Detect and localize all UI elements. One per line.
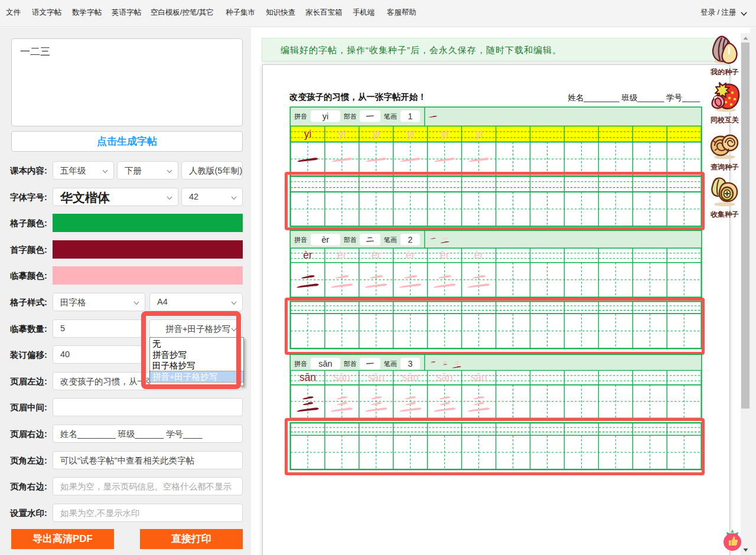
svg-text:yi: yi [441,128,448,140]
svg-text:èr: èr [303,249,312,261]
svg-text:部首: 部首 [344,360,357,367]
svg-text:sān: sān [402,371,419,383]
svg-text:3: 3 [408,358,412,368]
svg-text:sān: sān [299,371,316,383]
svg-text:èr: èr [406,249,415,261]
svg-text:sān: sān [470,371,487,383]
svg-text:笔画: 笔画 [384,236,397,243]
svg-text:èr: èr [337,249,347,261]
svg-text:yi: yi [304,128,312,140]
svg-text:2: 2 [408,234,412,244]
svg-text:èr: èr [372,249,381,261]
svg-text:sān: sān [436,371,453,383]
svg-text:èr: èr [322,234,330,244]
svg-text:yi: yi [406,128,414,140]
svg-text:sān: sān [334,371,350,383]
svg-text:yi: yi [475,128,483,140]
svg-text:部首: 部首 [344,113,357,120]
svg-text:yi: yi [338,128,346,140]
svg-text:笔画: 笔画 [384,113,397,120]
svg-text:sān: sān [368,371,384,383]
svg-text:1: 1 [408,111,412,120]
svg-text:笔画: 笔画 [384,360,397,367]
svg-text:yi: yi [322,111,328,120]
svg-text:èr: èr [474,249,484,261]
svg-text:拼音: 拼音 [294,113,307,120]
svg-text:拼音: 拼音 [294,236,307,243]
svg-text:拼音: 拼音 [294,360,307,367]
svg-text:yi: yi [372,128,380,140]
svg-text:sān: sān [318,358,332,368]
svg-text:部首: 部首 [344,236,357,243]
svg-text:èr: èr [440,249,449,261]
